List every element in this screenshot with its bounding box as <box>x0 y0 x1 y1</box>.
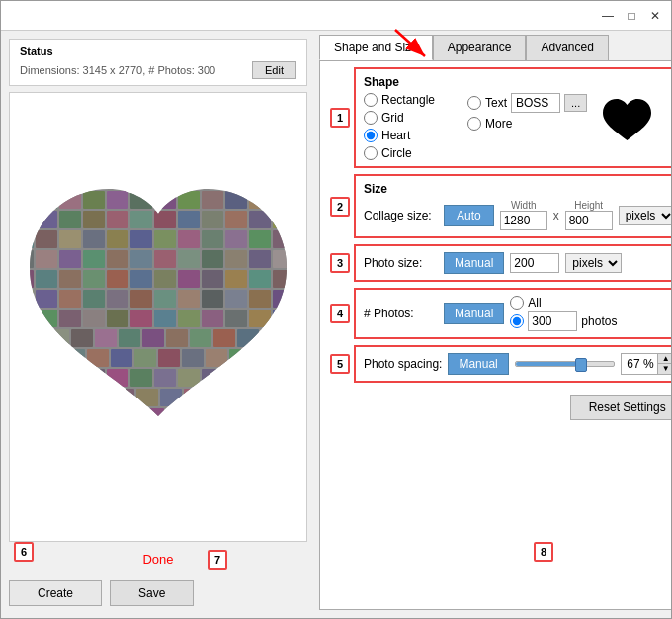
count-radio[interactable] <box>510 314 524 328</box>
spacing-pct-input-wrap: ▲ ▼ <box>621 353 671 375</box>
svg-rect-85 <box>249 290 271 308</box>
height-input[interactable] <box>565 211 613 230</box>
all-radio-row: All <box>510 296 617 310</box>
svg-rect-68 <box>130 270 152 288</box>
grid-label: Grid <box>381 111 404 125</box>
size-section: 2 Size Collage size: Auto Width x Height <box>354 174 671 238</box>
svg-rect-48 <box>225 230 247 248</box>
svg-rect-132 <box>184 389 206 406</box>
svg-rect-9 <box>154 171 176 189</box>
svg-rect-37 <box>249 211 271 228</box>
text-label: Text <box>485 96 507 110</box>
photo-size-manual-button[interactable]: Manual <box>444 252 504 274</box>
svg-rect-71 <box>202 270 223 288</box>
text-radio[interactable] <box>467 96 481 110</box>
count-radio-row: photos <box>510 311 617 331</box>
svg-rect-74 <box>273 270 294 288</box>
shape-section: 1 Shape Rectangle Grid <box>354 67 671 168</box>
svg-rect-102 <box>95 329 117 347</box>
svg-rect-99 <box>24 329 45 347</box>
tab-advanced[interactable]: Advanced <box>526 35 608 60</box>
close-button[interactable]: ✕ <box>647 8 663 24</box>
bottom-right: Reset Settings <box>326 395 671 420</box>
auto-button[interactable]: Auto <box>444 205 494 226</box>
done-label: Done <box>9 548 307 571</box>
spacing-spinners: ▲ ▼ <box>657 354 671 374</box>
shape-section-label: Shape <box>364 75 671 89</box>
svg-rect-103 <box>119 329 140 347</box>
svg-rect-44 <box>130 230 152 248</box>
svg-rect-61 <box>249 250 271 268</box>
svg-rect-39 <box>12 230 34 248</box>
svg-rect-27 <box>12 211 34 228</box>
save-button[interactable]: Save <box>110 580 194 606</box>
title-bar: — □ ✕ <box>1 1 671 31</box>
svg-rect-130 <box>136 389 158 406</box>
svg-rect-53 <box>59 250 81 268</box>
svg-rect-77 <box>59 290 81 308</box>
spacing-decrement-button[interactable]: ▼ <box>658 364 671 374</box>
tab-shape-and-size[interactable]: Shape and Size <box>319 35 433 60</box>
spacing-increment-button[interactable]: ▲ <box>658 354 671 364</box>
svg-rect-54 <box>83 250 105 268</box>
text-browse-button[interactable]: ... <box>564 94 587 112</box>
spacing-slider-thumb[interactable] <box>575 358 587 372</box>
grid-radio-row: Grid <box>364 111 458 125</box>
tab-appearance[interactable]: Appearance <box>433 35 527 60</box>
reset-settings-button[interactable]: Reset Settings <box>570 395 671 420</box>
grid-radio[interactable] <box>364 111 378 125</box>
rectangle-radio[interactable] <box>364 93 378 107</box>
svg-rect-92 <box>130 310 152 327</box>
status-dimensions: Dimensions: 3145 x 2770, # Photos: 300 <box>20 64 215 76</box>
minimize-button[interactable]: — <box>600 8 616 24</box>
svg-rect-136 <box>166 408 188 426</box>
photo-size-input[interactable] <box>510 253 559 273</box>
svg-rect-46 <box>178 230 200 248</box>
all-radio[interactable] <box>510 296 524 310</box>
shape-heart-icon <box>597 93 656 147</box>
size-row: Collage size: Auto Width x Height pixel <box>364 200 671 230</box>
svg-rect-124 <box>154 369 176 387</box>
photos-manual-button[interactable]: Manual <box>444 303 504 324</box>
spacing-pct-input[interactable] <box>622 355 657 373</box>
photo-size-unit-select[interactable]: pixels <box>565 253 622 273</box>
photos-count-input[interactable] <box>528 311 577 331</box>
text-shape-input[interactable] <box>511 93 560 113</box>
svg-rect-110 <box>40 349 61 367</box>
title-bar-controls: — □ ✕ <box>600 8 663 24</box>
width-input[interactable] <box>500 211 547 230</box>
svg-rect-17 <box>59 191 81 209</box>
create-button[interactable]: Create <box>9 580 102 606</box>
heart-radio[interactable] <box>364 129 378 142</box>
spacing-slider-track[interactable] <box>515 361 615 367</box>
svg-rect-129 <box>113 389 134 406</box>
svg-rect-120 <box>59 369 81 387</box>
edit-button[interactable]: Edit <box>252 61 296 79</box>
svg-rect-72 <box>225 270 247 288</box>
svg-rect-33 <box>154 211 176 228</box>
svg-rect-114 <box>134 349 156 367</box>
unit-select[interactable]: pixels <box>619 206 671 225</box>
badge-7: 7 <box>208 550 227 570</box>
svg-rect-90 <box>83 310 105 327</box>
svg-rect-94 <box>178 310 200 327</box>
more-radio[interactable] <box>467 117 481 131</box>
svg-rect-18 <box>83 191 105 209</box>
circle-radio[interactable] <box>364 146 378 160</box>
collage-size-label: Collage size: <box>364 209 438 222</box>
svg-rect-63 <box>12 270 34 288</box>
svg-rect-84 <box>225 290 247 308</box>
svg-rect-107 <box>213 329 235 347</box>
svg-rect-31 <box>107 211 128 228</box>
svg-rect-109 <box>261 329 283 347</box>
bottom-left-btns: Create Save <box>9 580 194 606</box>
svg-rect-101 <box>71 329 93 347</box>
svg-rect-40 <box>36 230 57 248</box>
svg-rect-105 <box>166 329 188 347</box>
svg-rect-66 <box>83 270 105 288</box>
width-label: Width <box>511 200 537 211</box>
maximize-button[interactable]: □ <box>624 8 639 24</box>
spacing-manual-button[interactable]: Manual <box>448 353 508 375</box>
svg-rect-3 <box>12 171 34 189</box>
text-radio-row: Text ... <box>467 93 587 113</box>
